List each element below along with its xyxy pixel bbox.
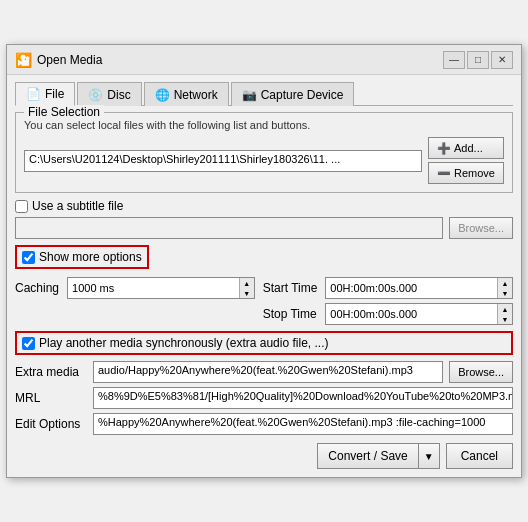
tab-capture[interactable]: 📷 Capture Device [231,82,355,106]
minimize-button[interactable]: — [443,51,465,69]
show-more-checkbox[interactable] [22,251,35,264]
stop-time-label: Stop Time [263,307,318,321]
edit-options-label: Edit Options [15,417,87,431]
subtitle-browse-button[interactable]: Browse... [449,217,513,239]
add-icon: ➕ [437,142,451,155]
subtitle-browse-label: Browse... [458,222,504,234]
tab-file[interactable]: 📄 File [15,82,75,106]
capture-tab-icon: 📷 [242,88,257,102]
file-tab-icon: 📄 [26,87,41,101]
play-sync-checkbox[interactable] [22,337,35,350]
start-time-spinner-buttons: ▲ ▼ [497,278,512,298]
file-row: C:\Users\U201124\Desktop\Shirley201111\S… [24,137,504,184]
start-time-up-button[interactable]: ▲ [498,278,512,288]
tab-file-label: File [45,87,64,101]
show-more-checkbox-label[interactable]: Show more options [22,250,142,264]
start-time-value[interactable] [326,282,497,294]
stop-time-spinner-buttons: ▲ ▼ [497,304,512,324]
remove-button-label: Remove [454,167,495,179]
caching-spinner[interactable]: ▲ ▼ [67,277,255,299]
remove-icon: ➖ [437,167,451,180]
convert-save-button[interactable]: Convert / Save [317,443,417,469]
caching-up-button[interactable]: ▲ [240,278,254,288]
remove-button[interactable]: ➖ Remove [428,162,504,184]
play-sync-row: Play another media synchronously (extra … [15,331,513,355]
play-sync-checkbox-label[interactable]: Play another media synchronously (extra … [22,336,328,350]
subtitle-path-input[interactable] [15,217,443,239]
edit-options-value[interactable]: %Happy%20Anywhere%20(feat.%20Gwen%20Stef… [93,413,513,435]
close-button[interactable]: ✕ [491,51,513,69]
file-selection-group: File Selection You can select local file… [15,112,513,193]
subtitle-checkbox[interactable] [15,200,28,213]
edit-options-row: Edit Options %Happy%20Anywhere%20(feat.%… [15,413,513,435]
subtitle-checkbox-label[interactable]: Use a subtitle file [15,199,123,213]
tab-disc-label: Disc [107,88,130,102]
start-time-spinner[interactable]: ▲ ▼ [325,277,513,299]
convert-save-split-button: Convert / Save ▼ [317,443,439,469]
extra-media-value: audio/Happy%20Anywhere%20(feat.%20Gwen%2… [93,361,443,383]
file-selection-label: File Selection [24,105,104,119]
tab-disc[interactable]: 💿 Disc [77,82,141,106]
mrl-label: MRL [15,391,87,405]
add-button[interactable]: ➕ Add... [428,137,504,159]
file-selection-desc: You can select local files with the foll… [24,119,504,131]
show-more-row: Show more options [15,245,149,269]
file-buttons: ➕ Add... ➖ Remove [428,137,504,184]
subtitle-row: Use a subtitle file [15,199,513,213]
stop-time-down-button[interactable]: ▼ [498,314,512,324]
start-time-label: Start Time [263,281,318,295]
title-buttons: — □ ✕ [443,51,513,69]
play-sync-label-text: Play another media synchronously (extra … [39,336,328,350]
window-content: 📄 File 💿 Disc 🌐 Network 📷 Capture Device… [7,75,521,477]
network-tab-icon: 🌐 [155,88,170,102]
file-path-display: C:\Users\U201124\Desktop\Shirley201111\S… [24,150,422,172]
caching-label: Caching [15,281,59,295]
extra-media-browse-button[interactable]: Browse... [449,361,513,383]
options-grid: Caching ▲ ▼ Start Time ▲ ▼ Stop Time [15,277,513,325]
title-bar: 🎦 Open Media — □ ✕ [7,45,521,75]
caching-value[interactable] [68,282,239,294]
stop-time-spinner[interactable]: ▲ ▼ [325,303,513,325]
tab-capture-label: Capture Device [261,88,344,102]
convert-save-arrow-button[interactable]: ▼ [418,443,440,469]
tab-network[interactable]: 🌐 Network [144,82,229,106]
extra-media-browse-label: Browse... [458,366,504,378]
start-time-down-button[interactable]: ▼ [498,288,512,298]
bottom-button-row: Convert / Save ▼ Cancel [15,443,513,469]
caching-down-button[interactable]: ▼ [240,288,254,298]
extra-media-row: Extra media audio/Happy%20Anywhere%20(fe… [15,361,513,383]
show-more-label-text: Show more options [39,250,142,264]
mrl-value[interactable]: %8%9D%E5%83%81/[High%20Quality]%20Downlo… [93,387,513,409]
mrl-row: MRL %8%9D%E5%83%81/[High%20Quality]%20Do… [15,387,513,409]
window-title: Open Media [37,53,102,67]
stop-time-value[interactable] [326,308,497,320]
title-bar-left: 🎦 Open Media [15,52,102,68]
vlc-icon: 🎦 [15,52,31,68]
extra-media-label: Extra media [15,365,87,379]
caching-spinner-buttons: ▲ ▼ [239,278,254,298]
subtitle-browse-row: Browse... [15,217,513,239]
stop-time-up-button[interactable]: ▲ [498,304,512,314]
maximize-button[interactable]: □ [467,51,489,69]
subtitle-label-text: Use a subtitle file [32,199,123,213]
disc-tab-icon: 💿 [88,88,103,102]
tab-bar: 📄 File 💿 Disc 🌐 Network 📷 Capture Device [15,81,513,106]
cancel-button[interactable]: Cancel [446,443,513,469]
add-button-label: Add... [454,142,483,154]
tab-network-label: Network [174,88,218,102]
open-media-window: 🎦 Open Media — □ ✕ 📄 File 💿 Disc 🌐 Netwo… [6,44,522,478]
